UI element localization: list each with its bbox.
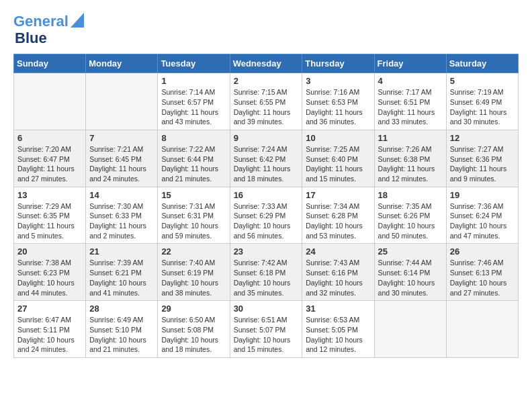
- day-info: Sunrise: 7:31 AM Sunset: 6:31 PM Dayligh…: [161, 201, 226, 241]
- day-number: 17: [306, 190, 370, 200]
- day-number: 29: [161, 304, 226, 314]
- calendar-cell: 14Sunrise: 7:30 AM Sunset: 6:33 PM Dayli…: [86, 187, 158, 244]
- day-info: Sunrise: 7:43 AM Sunset: 6:16 PM Dayligh…: [306, 258, 370, 298]
- calendar-cell: 1Sunrise: 7:14 AM Sunset: 6:57 PM Daylig…: [158, 73, 230, 130]
- calendar-cell: 27Sunrise: 6:47 AM Sunset: 5:11 PM Dayli…: [14, 301, 86, 358]
- calendar-cell: 30Sunrise: 6:51 AM Sunset: 5:07 PM Dayli…: [230, 301, 302, 358]
- day-header-saturday: Saturday: [446, 54, 518, 73]
- logo: General Blue: [13, 13, 84, 47]
- calendar-cell: 5Sunrise: 7:19 AM Sunset: 6:49 PM Daylig…: [446, 73, 518, 130]
- day-number: 9: [234, 133, 299, 143]
- week-row-5: 27Sunrise: 6:47 AM Sunset: 5:11 PM Dayli…: [14, 301, 519, 358]
- day-number: 13: [17, 190, 82, 200]
- week-row-1: 1Sunrise: 7:14 AM Sunset: 6:57 PM Daylig…: [14, 73, 519, 130]
- week-row-2: 6Sunrise: 7:20 AM Sunset: 6:47 PM Daylig…: [14, 130, 519, 187]
- day-number: 3: [306, 76, 370, 86]
- day-number: 30: [234, 304, 299, 314]
- day-info: Sunrise: 7:24 AM Sunset: 6:42 PM Dayligh…: [234, 144, 299, 184]
- day-info: Sunrise: 7:20 AM Sunset: 6:47 PM Dayligh…: [17, 144, 82, 184]
- calendar-cell: 19Sunrise: 7:36 AM Sunset: 6:24 PM Dayli…: [446, 187, 518, 244]
- day-info: Sunrise: 7:42 AM Sunset: 6:18 PM Dayligh…: [234, 258, 299, 298]
- calendar-cell: [446, 301, 518, 358]
- day-info: Sunrise: 6:47 AM Sunset: 5:11 PM Dayligh…: [17, 315, 82, 355]
- calendar-table: SundayMondayTuesdayWednesdayThursdayFrid…: [13, 54, 519, 358]
- calendar-cell: 9Sunrise: 7:24 AM Sunset: 6:42 PM Daylig…: [230, 130, 302, 187]
- day-info: Sunrise: 7:27 AM Sunset: 6:36 PM Dayligh…: [450, 144, 515, 184]
- day-info: Sunrise: 7:34 AM Sunset: 6:28 PM Dayligh…: [306, 201, 370, 241]
- day-number: 8: [161, 133, 226, 143]
- calendar-cell: 4Sunrise: 7:17 AM Sunset: 6:51 PM Daylig…: [374, 73, 446, 130]
- day-number: 4: [378, 76, 443, 86]
- day-header-wednesday: Wednesday: [230, 54, 302, 73]
- day-number: 27: [17, 304, 82, 314]
- calendar-cell: 6Sunrise: 7:20 AM Sunset: 6:47 PM Daylig…: [14, 130, 86, 187]
- calendar-cell: 3Sunrise: 7:16 AM Sunset: 6:53 PM Daylig…: [302, 73, 374, 130]
- calendar-cell: 25Sunrise: 7:44 AM Sunset: 6:14 PM Dayli…: [374, 244, 446, 301]
- day-number: 24: [306, 246, 370, 257]
- day-number: 1: [161, 76, 226, 86]
- calendar-cell: [374, 301, 446, 358]
- calendar-cell: 20Sunrise: 7:38 AM Sunset: 6:23 PM Dayli…: [14, 244, 86, 301]
- day-info: Sunrise: 7:40 AM Sunset: 6:19 PM Dayligh…: [161, 258, 226, 298]
- day-info: Sunrise: 7:14 AM Sunset: 6:57 PM Dayligh…: [161, 87, 226, 127]
- day-info: Sunrise: 7:15 AM Sunset: 6:55 PM Dayligh…: [234, 87, 299, 127]
- calendar-cell: 22Sunrise: 7:40 AM Sunset: 6:19 PM Dayli…: [158, 244, 230, 301]
- day-info: Sunrise: 7:38 AM Sunset: 6:23 PM Dayligh…: [17, 258, 82, 298]
- calendar-cell: 26Sunrise: 7:46 AM Sunset: 6:13 PM Dayli…: [446, 244, 518, 301]
- day-info: Sunrise: 6:49 AM Sunset: 5:10 PM Dayligh…: [89, 315, 154, 355]
- day-info: Sunrise: 7:46 AM Sunset: 6:13 PM Dayligh…: [450, 258, 515, 298]
- calendar-cell: 10Sunrise: 7:25 AM Sunset: 6:40 PM Dayli…: [302, 130, 374, 187]
- logo-icon: [71, 13, 84, 28]
- day-number: 6: [17, 133, 82, 143]
- calendar-cell: 15Sunrise: 7:31 AM Sunset: 6:31 PM Dayli…: [158, 187, 230, 244]
- day-info: Sunrise: 7:36 AM Sunset: 6:24 PM Dayligh…: [450, 201, 515, 241]
- day-number: 10: [306, 133, 370, 143]
- day-info: Sunrise: 7:39 AM Sunset: 6:21 PM Dayligh…: [89, 258, 154, 298]
- logo-text: General: [13, 13, 69, 30]
- day-header-tuesday: Tuesday: [158, 54, 230, 73]
- day-number: 18: [378, 190, 443, 200]
- day-number: 21: [89, 246, 154, 257]
- day-number: 26: [450, 246, 515, 257]
- day-info: Sunrise: 7:44 AM Sunset: 6:14 PM Dayligh…: [378, 258, 443, 298]
- day-number: 15: [161, 190, 226, 200]
- svg-marker-0: [71, 13, 84, 28]
- page-header: General Blue: [13, 13, 519, 47]
- logo-blue: Blue: [15, 30, 47, 47]
- day-number: 31: [306, 304, 370, 314]
- day-number: 23: [234, 246, 299, 257]
- calendar-cell: 11Sunrise: 7:26 AM Sunset: 6:38 PM Dayli…: [374, 130, 446, 187]
- day-info: Sunrise: 7:35 AM Sunset: 6:26 PM Dayligh…: [378, 201, 443, 241]
- calendar-cell: 12Sunrise: 7:27 AM Sunset: 6:36 PM Dayli…: [446, 130, 518, 187]
- day-number: 22: [161, 246, 226, 257]
- day-info: Sunrise: 7:16 AM Sunset: 6:53 PM Dayligh…: [306, 87, 370, 127]
- calendar-cell: 18Sunrise: 7:35 AM Sunset: 6:26 PM Dayli…: [374, 187, 446, 244]
- day-info: Sunrise: 6:51 AM Sunset: 5:07 PM Dayligh…: [234, 315, 299, 355]
- calendar-cell: 16Sunrise: 7:33 AM Sunset: 6:29 PM Dayli…: [230, 187, 302, 244]
- day-info: Sunrise: 7:21 AM Sunset: 6:45 PM Dayligh…: [89, 144, 154, 184]
- day-number: 16: [234, 190, 299, 200]
- day-number: 28: [89, 304, 154, 314]
- day-number: 5: [450, 76, 515, 86]
- day-info: Sunrise: 6:53 AM Sunset: 5:05 PM Dayligh…: [306, 315, 370, 355]
- week-row-4: 20Sunrise: 7:38 AM Sunset: 6:23 PM Dayli…: [14, 244, 519, 301]
- day-info: Sunrise: 7:29 AM Sunset: 6:35 PM Dayligh…: [17, 201, 82, 241]
- day-info: Sunrise: 7:19 AM Sunset: 6:49 PM Dayligh…: [450, 87, 515, 127]
- day-header-row: SundayMondayTuesdayWednesdayThursdayFrid…: [14, 54, 519, 73]
- calendar-cell: 8Sunrise: 7:22 AM Sunset: 6:44 PM Daylig…: [158, 130, 230, 187]
- day-number: 20: [17, 246, 82, 257]
- day-info: Sunrise: 6:50 AM Sunset: 5:08 PM Dayligh…: [161, 315, 226, 355]
- day-info: Sunrise: 7:30 AM Sunset: 6:33 PM Dayligh…: [89, 201, 154, 241]
- calendar-cell: 29Sunrise: 6:50 AM Sunset: 5:08 PM Dayli…: [158, 301, 230, 358]
- day-info: Sunrise: 7:25 AM Sunset: 6:40 PM Dayligh…: [306, 144, 370, 184]
- calendar-cell: 7Sunrise: 7:21 AM Sunset: 6:45 PM Daylig…: [86, 130, 158, 187]
- day-number: 2: [234, 76, 299, 86]
- day-header-monday: Monday: [86, 54, 158, 73]
- day-number: 7: [89, 133, 154, 143]
- day-info: Sunrise: 7:17 AM Sunset: 6:51 PM Dayligh…: [378, 87, 443, 127]
- calendar-cell: 13Sunrise: 7:29 AM Sunset: 6:35 PM Dayli…: [14, 187, 86, 244]
- day-number: 12: [450, 133, 515, 143]
- calendar-cell: 24Sunrise: 7:43 AM Sunset: 6:16 PM Dayli…: [302, 244, 374, 301]
- calendar-cell: [86, 73, 158, 130]
- day-number: 14: [89, 190, 154, 200]
